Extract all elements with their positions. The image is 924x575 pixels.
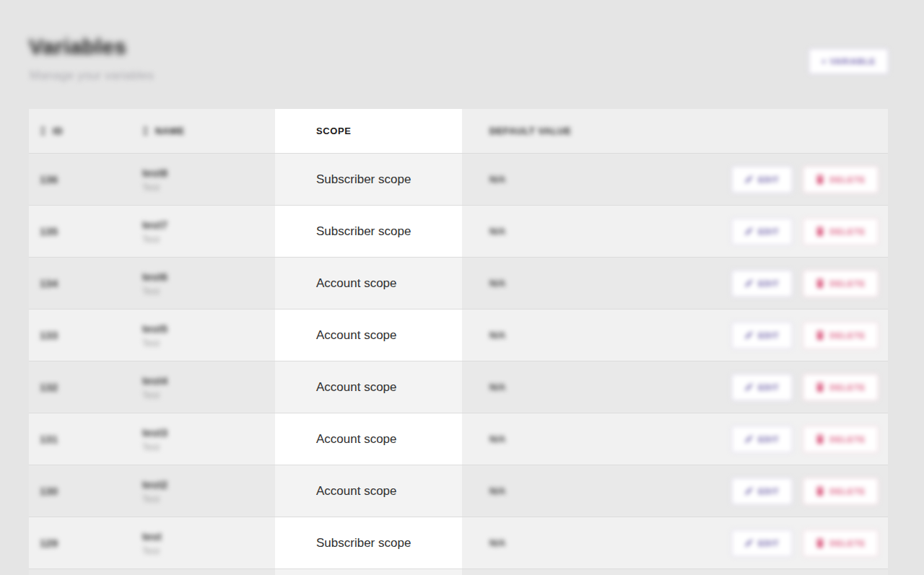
row-id: 130 <box>40 485 58 497</box>
row-id: 131 <box>40 433 58 445</box>
row-name: test3 <box>142 427 167 438</box>
edit-button-label: EDIT <box>759 279 780 288</box>
sort-icon <box>142 126 149 136</box>
row-id: 136 <box>40 173 58 185</box>
pencil-icon <box>744 539 753 548</box>
trash-icon <box>816 227 824 236</box>
row-scope: Subscriber scope <box>316 536 411 550</box>
row-description: Test <box>142 183 167 192</box>
row-scope: Account scope <box>316 432 397 447</box>
page-title: Variables <box>29 35 154 59</box>
row-description: Test <box>142 234 167 244</box>
table-body: 136 test8 Test Subscriber scope N/A EDIT… <box>29 153 888 569</box>
table-row: 134 test6 Test Account scope N/A EDIT DE… <box>29 257 888 309</box>
trash-icon <box>816 175 824 184</box>
row-default-value: N/A <box>489 486 505 496</box>
row-id: 135 <box>40 225 58 237</box>
pencil-icon <box>744 331 753 340</box>
row-name: test <box>142 531 162 542</box>
delete-button-label: DELETE <box>830 331 866 340</box>
pencil-icon <box>744 435 753 444</box>
row-default-value: N/A <box>489 382 505 392</box>
delete-button-label: DELETE <box>830 175 866 184</box>
table-row-partial <box>29 569 888 575</box>
column-header-default-value-label: DEFAULT VALUE <box>489 126 571 136</box>
row-id: 129 <box>40 537 58 549</box>
trash-icon <box>816 434 824 444</box>
delete-button[interactable]: DELETE <box>803 374 879 401</box>
edit-button[interactable]: EDIT <box>731 374 793 401</box>
delete-button[interactable]: DELETE <box>803 166 879 193</box>
delete-button[interactable]: DELETE <box>803 530 879 557</box>
delete-button[interactable]: DELETE <box>803 218 879 245</box>
edit-button-label: EDIT <box>759 227 780 236</box>
delete-button-label: DELETE <box>830 487 866 496</box>
table-row: 132 test4 Test Account scope N/A EDIT DE… <box>29 361 888 413</box>
delete-button-label: DELETE <box>830 539 866 548</box>
edit-button[interactable]: EDIT <box>731 166 793 193</box>
delete-button[interactable]: DELETE <box>803 322 879 349</box>
edit-button-label: EDIT <box>759 435 780 444</box>
sort-icon <box>40 126 46 136</box>
row-scope: Account scope <box>316 328 397 343</box>
delete-button-label: DELETE <box>830 435 866 444</box>
table-header-row: ID NAME SCOPE DEFAULT VALUE <box>29 109 888 153</box>
edit-button-label: EDIT <box>759 539 780 548</box>
pencil-icon <box>744 227 753 236</box>
row-default-value: N/A <box>489 537 505 548</box>
edit-button[interactable]: EDIT <box>731 530 793 557</box>
column-header-default-value: DEFAULT VALUE <box>462 109 715 153</box>
pencil-icon <box>744 279 753 288</box>
row-description: Test <box>142 546 162 556</box>
row-name: test2 <box>142 479 167 490</box>
edit-button-label: EDIT <box>759 331 780 340</box>
column-header-actions <box>715 109 888 153</box>
column-header-scope: SCOPE <box>275 109 462 153</box>
row-description: Test <box>142 390 167 400</box>
row-name: test7 <box>142 219 167 230</box>
edit-button-label: EDIT <box>759 175 780 184</box>
delete-button[interactable]: DELETE <box>803 270 879 297</box>
row-id: 132 <box>40 381 58 393</box>
column-header-scope-label: SCOPE <box>316 126 352 136</box>
add-variable-button[interactable]: + VARIABLE <box>808 48 889 74</box>
pencil-icon <box>744 487 753 496</box>
delete-button-label: DELETE <box>830 227 866 236</box>
edit-button[interactable]: EDIT <box>731 478 793 505</box>
page-subtitle: Manage your variables <box>30 69 154 83</box>
table-row: 136 test8 Test Subscriber scope N/A EDIT… <box>29 153 888 205</box>
table-row: 131 test3 Test Account scope N/A EDIT DE… <box>29 413 888 465</box>
trash-icon <box>816 330 824 340</box>
row-scope: Account scope <box>316 484 397 499</box>
edit-button[interactable]: EDIT <box>731 322 793 349</box>
row-description: Test <box>142 338 167 348</box>
delete-button[interactable]: DELETE <box>803 478 879 505</box>
row-scope: Subscriber scope <box>316 224 411 239</box>
edit-button[interactable]: EDIT <box>731 218 793 245</box>
table-row: 130 test2 Test Account scope N/A EDIT DE… <box>29 465 888 517</box>
row-description: Test <box>142 442 167 452</box>
column-header-id-label: ID <box>53 126 63 136</box>
add-variable-button-label: + VARIABLE <box>821 57 876 66</box>
row-default-value: N/A <box>489 330 505 341</box>
row-id: 133 <box>40 329 58 341</box>
column-header-id[interactable]: ID <box>29 109 141 153</box>
trash-icon <box>816 538 824 548</box>
delete-button[interactable]: DELETE <box>803 426 879 453</box>
pencil-icon <box>744 175 753 184</box>
row-description: Test <box>142 286 167 296</box>
row-default-value: N/A <box>489 278 505 289</box>
delete-button-label: DELETE <box>830 383 866 392</box>
edit-button-label: EDIT <box>759 383 780 392</box>
row-default-value: N/A <box>489 226 505 237</box>
edit-button-label: EDIT <box>759 487 780 496</box>
row-scope: Account scope <box>316 276 397 291</box>
column-header-name[interactable]: NAME <box>141 109 275 153</box>
page-header: Variables Manage your variables <box>29 35 154 83</box>
pencil-icon <box>744 383 753 392</box>
edit-button[interactable]: EDIT <box>731 426 793 453</box>
row-default-value: N/A <box>489 174 505 185</box>
column-header-name-label: NAME <box>155 126 185 136</box>
row-name: test4 <box>142 375 167 386</box>
edit-button[interactable]: EDIT <box>731 270 793 297</box>
